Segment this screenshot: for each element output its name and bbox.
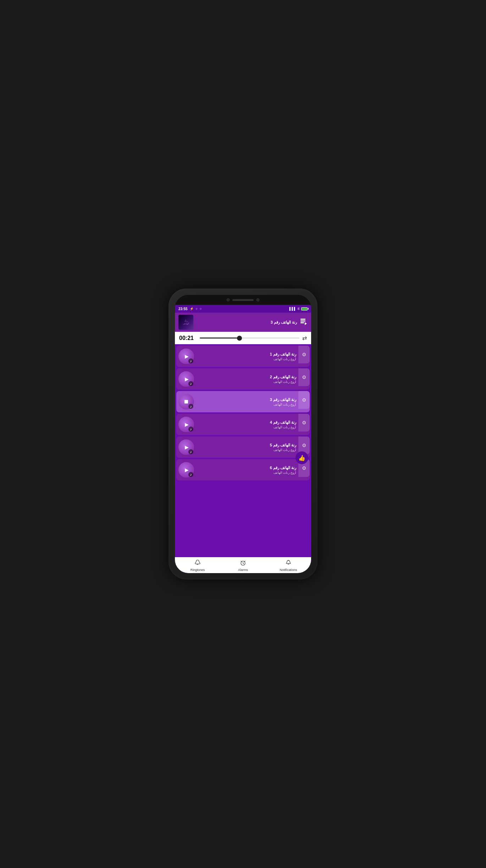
- song-title-1: رنة الهاتف رقم 1: [197, 352, 296, 357]
- song-item-5[interactable]: ▶♪رنة الهاتف رقم 5أروع رنات الهاتف⚙: [176, 436, 310, 458]
- queue-icon[interactable]: [300, 318, 308, 327]
- status-right: ▌▌▌ E: [289, 307, 308, 311]
- song-title-4: رنة الهاتف رقم 4: [197, 420, 296, 425]
- song-play-btn-4[interactable]: ▶♪: [178, 417, 194, 432]
- play-icon-1: ▶: [185, 353, 189, 359]
- song-settings-2[interactable]: ⚙: [298, 368, 310, 386]
- alarms-label: Alarms: [238, 568, 248, 572]
- song-title-3: رنة الهاتف رقم 3: [197, 397, 296, 402]
- battery-icon: [301, 307, 308, 311]
- bottom-navigation: Ringtones Alarms: [175, 557, 311, 573]
- gear-icon-1: ⚙: [302, 352, 306, 357]
- playback-time: 00:21: [179, 335, 197, 341]
- song-item-wrapper-1: ▶♪رنة الهاتف رقم 1أروع رنات الهاتف⚙: [176, 346, 310, 367]
- speaker-grille: [232, 299, 254, 301]
- svg-marker-3: [305, 322, 307, 325]
- gear-icon-5: ⚙: [302, 443, 306, 448]
- song-item-wrapper-4: ▶♪رنة الهاتف رقم 4أروع رنات الهاتف⚙: [176, 414, 310, 435]
- song-item-1[interactable]: ▶♪رنة الهاتف رقم 1أروع رنات الهاتف⚙: [176, 346, 310, 367]
- music-note-1: ♪: [188, 358, 193, 363]
- music-note-2: ♪: [188, 381, 193, 386]
- thumbs-up-icon: 👍: [298, 455, 305, 461]
- progress-thumb: [237, 336, 242, 341]
- nav-alarms[interactable]: Alarms: [220, 560, 266, 572]
- thumb-image: رنكالهاتف: [178, 315, 193, 330]
- song-item-4[interactable]: ▶♪رنة الهاتف رقم 4أروع رنات الهاتف⚙: [176, 414, 310, 435]
- music-note-3: ♪: [188, 404, 193, 409]
- now-playing-bar: رنكالهاتف رنة الهاتف رقم 3: [175, 313, 311, 332]
- song-item-2[interactable]: ▶♪رنة الهاتف رقم 2أروع رنات الهاتف⚙: [176, 368, 310, 390]
- nav-ringtones[interactable]: Ringtones: [175, 560, 220, 572]
- notifications-label: Notifications: [280, 568, 297, 572]
- song-item-3[interactable]: ♪رنة الهاتف رقم 3أروع رنات الهاتف⚙: [176, 391, 310, 412]
- song-info-4: رنة الهاتف رقم 4أروع رنات الهاتف: [197, 420, 296, 429]
- nav-notifications[interactable]: Notifications: [266, 560, 311, 572]
- music-note-6: ♪: [188, 472, 193, 477]
- song-title-2: رنة الهاتف رقم 2: [197, 375, 296, 379]
- song-item-wrapper-6: ▶♪رنة الهاتف رقم 6أروع رنات الهاتف⚙: [176, 459, 310, 480]
- song-play-btn-3[interactable]: ♪: [178, 394, 194, 410]
- progress-fill: [200, 337, 239, 339]
- music-note-5: ♪: [188, 449, 193, 454]
- song-item-wrapper-5: ▶♪رنة الهاتف رقم 5أروع رنات الهاتف⚙👍: [176, 436, 310, 458]
- battery-level: [302, 308, 306, 310]
- song-info-5: رنة الهاتف رقم 5أروع رنات الهاتف: [197, 443, 296, 452]
- song-item-wrapper-2: ▶♪رنة الهاتف رقم 2أروع رنات الهاتف⚙: [176, 368, 310, 390]
- song-play-btn-5[interactable]: ▶♪: [178, 439, 194, 455]
- phone-screen: 23:55 ⚡ ○ ○ ▌▌▌ E رنكالهاتف: [175, 295, 311, 573]
- song-artist-2: أروع رنات الهاتف: [197, 380, 296, 384]
- status-bar: 23:55 ⚡ ○ ○ ▌▌▌ E: [175, 305, 311, 313]
- song-item-6[interactable]: ▶♪رنة الهاتف رقم 6أروع رنات الهاتف⚙: [176, 459, 310, 480]
- status-left: 23:55 ⚡ ○ ○: [178, 307, 201, 311]
- lightning-icon: ⚡: [190, 307, 194, 311]
- svg-rect-0: [300, 319, 305, 320]
- svg-rect-1: [300, 320, 305, 322]
- alarms-icon: [240, 560, 246, 567]
- svg-point-5: [288, 560, 289, 561]
- song-info-2: رنة الهاتف رقم 2أروع رنات الهاتف: [197, 375, 296, 384]
- progress-bar-section: 00:21 ⇄: [175, 332, 311, 344]
- song-artist-1: أروع رنات الهاتف: [197, 357, 296, 361]
- signal-bars: ▌▌▌: [289, 307, 296, 311]
- svg-rect-2: [300, 322, 304, 323]
- gear-icon-3: ⚙: [302, 397, 306, 403]
- play-icon-2: ▶: [185, 376, 189, 382]
- song-info-1: رنة الهاتف رقم 1أروع رنات الهاتف: [197, 352, 296, 361]
- song-item-wrapper-3: ♪رنة الهاتف رقم 3أروع رنات الهاتف⚙: [176, 391, 310, 412]
- notifications-icon: [285, 560, 292, 567]
- song-info-6: رنة الهاتف رقم 6أروع رنات الهاتف: [197, 466, 296, 474]
- song-artist-4: أروع رنات الهاتف: [197, 425, 296, 429]
- song-play-btn-2[interactable]: ▶♪: [178, 371, 194, 387]
- song-play-btn-6[interactable]: ▶♪: [178, 462, 194, 478]
- ringtones-icon: [194, 560, 201, 567]
- status-time: 23:55: [178, 307, 188, 311]
- song-list: ▶♪رنة الهاتف رقم 1أروع رنات الهاتف⚙▶♪رنة…: [175, 344, 311, 557]
- like-button[interactable]: 👍: [296, 451, 308, 464]
- song-info-3: رنة الهاتف رقم 3أروع رنات الهاتف: [197, 397, 296, 406]
- circle-icon-1: ○: [196, 307, 198, 311]
- progress-track[interactable]: [200, 337, 299, 339]
- sensor-dot: [256, 298, 259, 301]
- gear-icon-4: ⚙: [302, 420, 306, 425]
- repeat-icon[interactable]: ⇄: [302, 335, 307, 341]
- gear-icon-6: ⚙: [302, 465, 306, 471]
- play-icon-4: ▶: [185, 422, 189, 427]
- song-title-5: رنة الهاتف رقم 5: [197, 443, 296, 447]
- song-play-btn-1[interactable]: ▶♪: [178, 348, 194, 364]
- song-artist-6: أروع رنات الهاتف: [197, 471, 296, 474]
- song-title-6: رنة الهاتف رقم 6: [197, 466, 296, 470]
- stop-icon-3: [184, 400, 188, 403]
- now-playing-thumbnail: رنكالهاتف: [178, 315, 193, 330]
- song-settings-1[interactable]: ⚙: [298, 346, 310, 363]
- circle-icon-2: ○: [200, 307, 201, 311]
- gear-icon-2: ⚙: [302, 374, 306, 380]
- camera-dot: [227, 298, 230, 301]
- song-settings-4[interactable]: ⚙: [298, 414, 310, 432]
- song-settings-3[interactable]: ⚙: [298, 391, 310, 409]
- phone-frame: 23:55 ⚡ ○ ○ ▌▌▌ E رنكالهاتف: [169, 289, 317, 579]
- ringtones-label: Ringtones: [190, 568, 205, 572]
- song-artist-5: أروع رنات الهاتف: [197, 448, 296, 452]
- app-screen: 23:55 ⚡ ○ ○ ▌▌▌ E رنكالهاتف: [175, 305, 311, 573]
- phone-notch: [175, 295, 311, 305]
- play-icon-5: ▶: [185, 444, 189, 450]
